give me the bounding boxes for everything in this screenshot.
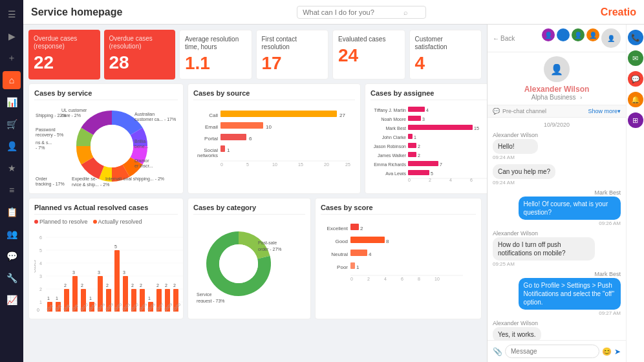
svg-text:Cases: Cases	[34, 259, 36, 272]
search-bar[interactable]: ⌕	[297, 6, 426, 19]
pre-chat-bar: 💬 Pre-chat channel Show more ▾	[488, 105, 626, 118]
svg-rect-61	[408, 170, 429, 175]
chat-message-2: Can you help me? 09:24 AM	[493, 164, 555, 186]
svg-text:1: 1	[39, 300, 42, 304]
show-more-button[interactable]: Show more	[588, 108, 617, 114]
svg-text:Call: Call	[209, 112, 218, 118]
svg-text:10: 10	[272, 162, 277, 167]
profile-avatar-main[interactable]: 👤	[601, 28, 621, 48]
show-more-chevron: ▾	[617, 108, 621, 114]
cases-by-assignee-card: Cases by assignee Tiffany J. Martin 4 No…	[365, 83, 487, 194]
svg-text:10/9: 10/9	[71, 303, 80, 311]
user-company-name: Alpha Business	[531, 94, 576, 101]
back-button[interactable]: ← Back	[493, 35, 515, 42]
metric-value-overdue-resolution: 28	[109, 53, 171, 73]
attachment-icon[interactable]: 📎	[493, 347, 502, 356]
profile-icon-3[interactable]: 👤	[572, 28, 585, 41]
svg-text:6: 6	[249, 136, 252, 142]
profile-icon-4[interactable]: 👤	[586, 28, 599, 41]
svg-text:2: 2	[39, 287, 42, 292]
metrics-row: Overdue cases (response) 22 Overdue case…	[28, 30, 482, 80]
chat-bubble-1: Hello!	[493, 139, 538, 154]
svg-text:10/5: 10/5	[54, 303, 63, 311]
sidebar-wrench-icon[interactable]: 🔧	[3, 269, 21, 287]
svg-text:er inscr...: er inscr...	[134, 164, 153, 168]
sidebar-cart-icon[interactable]: 🛒	[3, 115, 21, 133]
sidebar-star-icon[interactable]: ★	[3, 159, 21, 177]
main-content: Service homepage ⌕ Creatio Overdue cases…	[23, 0, 644, 362]
cases-by-source-title: Cases by source	[193, 89, 355, 100]
svg-text:1: 1	[89, 296, 92, 301]
email-action-icon[interactable]: ✉	[628, 50, 643, 66]
side-actions: 📞 ✉ 💬 🔔 ⊞	[626, 25, 644, 362]
svg-text:Brillia: Brillia	[134, 139, 145, 144]
assignee-bars-svg: Tiffany J. Martin 4 Noah Moore 3 Mark Be…	[370, 104, 487, 182]
sidebar-play-icon[interactable]: ▶	[3, 27, 21, 45]
chat-message-1: Alexander Wilson Hello! 09:24 AM	[493, 132, 538, 160]
metric-first-contact: First contact resolution 17	[256, 30, 329, 80]
planned-actual-svg: 6 5 4 3 2 1 0 Cases	[34, 228, 186, 312]
sidebar-home-icon[interactable]: ⌂	[3, 71, 21, 89]
cases-by-service-chart: Australian customer ca... - 17% Brillia …	[34, 104, 178, 188]
apps-action-icon[interactable]: ⊞	[628, 112, 643, 128]
emoji-icon[interactable]: 😊	[602, 347, 612, 356]
profile-icon-2[interactable]: 👤	[557, 28, 570, 41]
cases-by-service-svg: Australian customer ca... - 17% Brillia …	[34, 104, 189, 188]
send-icon[interactable]: ➤	[614, 347, 621, 356]
chat-area[interactable]: 10/9/2020 Alexander Wilson Hello! 09:24 …	[488, 118, 626, 340]
svg-text:10/8: 10/8	[63, 303, 71, 311]
metric-label-satisfaction: Customer satisfaction	[415, 36, 477, 51]
profile-icon-1[interactable]: 👤	[542, 28, 555, 41]
sidebar-menu-icon[interactable]: ☰	[3, 5, 21, 23]
svg-text:4: 4	[384, 277, 387, 281]
sidebar-clipboard-icon[interactable]: 📋	[3, 203, 21, 221]
svg-text:5: 5	[246, 162, 249, 167]
svg-rect-20	[220, 111, 337, 117]
phone-action-icon[interactable]: 📞	[628, 30, 643, 45]
user-company: Alpha Business ›	[531, 94, 583, 101]
sidebar-user-icon[interactable]: 👤	[3, 137, 21, 155]
metric-label-avg-resolution: Average resolution time, hours	[185, 36, 246, 51]
svg-text:Tiffany J. Martin: Tiffany J. Martin	[374, 108, 407, 113]
sidebar-chat-icon[interactable]: 💬	[3, 247, 21, 265]
sidebar-chart-icon[interactable]: 📊	[3, 93, 21, 111]
chat-message-6: Alexander Wilson Yes, it works. 09:17 AM	[493, 320, 541, 340]
svg-text:1: 1	[356, 264, 360, 270]
cases-by-assignee-chart: Tiffany J. Martin 4 Noah Moore 3 Mark Be…	[370, 104, 487, 184]
svg-text:4: 4	[426, 108, 429, 112]
chat-bubble-2: Can you help me?	[493, 164, 555, 179]
svg-text:3: 3	[123, 270, 125, 275]
svg-text:1: 1	[56, 296, 58, 301]
search-icon: ⌕	[403, 8, 408, 16]
svg-text:networks: networks	[197, 153, 218, 158]
svg-text:4: 4	[39, 261, 42, 266]
svg-text:Expedite se-: Expedite se-	[72, 176, 98, 182]
svg-text:2: 2	[106, 283, 109, 288]
svg-rect-55	[408, 152, 416, 157]
cases-by-score-card: Cases by score Excellent 2 Good 8 Neutra…	[315, 198, 482, 319]
chat-message-input[interactable]	[505, 345, 599, 358]
sidebar-group-icon[interactable]: 👥	[3, 225, 21, 243]
svg-point-133	[219, 244, 258, 283]
search-input[interactable]	[303, 8, 400, 16]
dashboard-main: Overdue cases (response) 22 Overdue case…	[23, 25, 487, 362]
svg-text:2: 2	[418, 153, 420, 158]
sidebar-add-icon[interactable]: ＋	[3, 49, 21, 67]
svg-rect-23	[220, 122, 263, 129]
chat-time-4: 09:25 AM	[493, 261, 595, 267]
chat-action-icon[interactable]: 💬	[628, 71, 643, 87]
svg-text:Jason Robinson: Jason Robinson	[374, 144, 406, 149]
svg-text:3: 3	[39, 274, 42, 279]
sidebar-list-icon[interactable]: ≡	[3, 181, 21, 199]
svg-text:8: 8	[386, 239, 389, 244]
svg-text:4: 4	[369, 251, 372, 257]
svg-text:7: 7	[440, 162, 442, 167]
sidebar-trend-icon[interactable]: 📈	[3, 291, 21, 309]
svg-text:4: 4	[449, 178, 452, 182]
chat-sender-6: Alexander Wilson	[493, 320, 541, 326]
chat-date-1: 10/9/2020	[493, 122, 621, 128]
chat-bubble-6: Yes, it works.	[493, 327, 541, 340]
svg-text:- 7%: - 7%	[36, 145, 45, 150]
bell-action-icon[interactable]: 🔔	[628, 92, 643, 107]
metric-satisfaction: Customer satisfaction 4	[409, 30, 482, 80]
